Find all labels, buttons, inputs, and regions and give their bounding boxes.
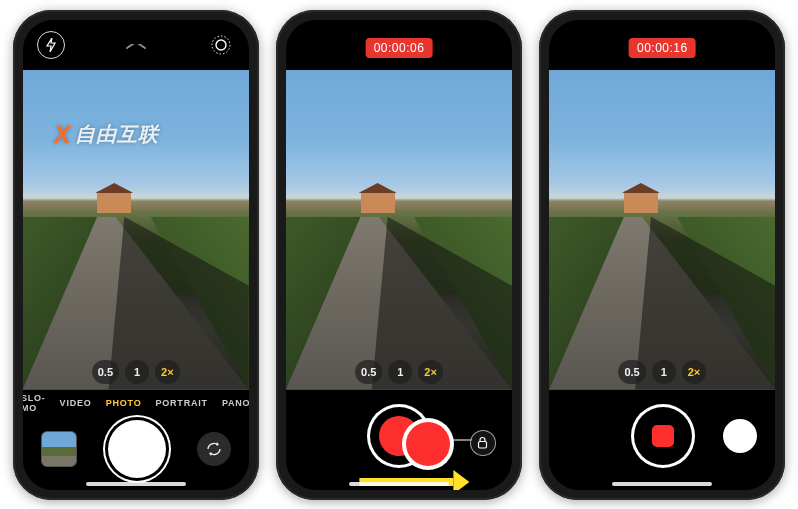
drag-arrow-annotation — [359, 472, 469, 490]
svg-point-0 — [216, 40, 226, 50]
phone-frame: 00:00:16 0.5 1 2× — [539, 10, 785, 500]
home-indicator[interactable] — [349, 482, 449, 486]
live-photo-icon — [210, 34, 232, 56]
zoom-level[interactable]: 0.5 — [92, 360, 119, 384]
shutter-button[interactable] — [108, 420, 166, 478]
lock-target[interactable] — [470, 430, 496, 456]
phone-frame: X 自由互联 0.5 1 2× SLO-MO VIDEO PHOTO PORTR… — [13, 10, 259, 500]
screen: 00:00:16 0.5 1 2× — [549, 20, 775, 490]
mode-photo[interactable]: PHOTO — [106, 398, 142, 408]
home-indicator[interactable] — [86, 482, 186, 486]
zoom-level[interactable]: 1 — [652, 360, 676, 384]
mode-pano[interactable]: PANO — [222, 398, 249, 408]
zoom-selector: 0.5 1 2× — [355, 360, 443, 384]
shutter-dragging[interactable] — [406, 422, 450, 466]
last-photo-thumbnail[interactable] — [41, 431, 77, 467]
phone-frame: 00:00:06 0.5 1 2× — [276, 10, 522, 500]
zoom-selector: 0.5 1 2× — [92, 360, 180, 384]
zoom-level-active[interactable]: 2× — [682, 360, 707, 384]
zoom-level[interactable]: 1 — [388, 360, 412, 384]
zoom-selector: 0.5 1 2× — [618, 360, 706, 384]
scene-house — [624, 191, 658, 213]
scene-house — [97, 191, 131, 213]
home-indicator[interactable] — [612, 482, 712, 486]
zoom-level[interactable]: 0.5 — [355, 360, 382, 384]
zoom-level-active[interactable]: 2× — [418, 360, 443, 384]
viewfinder[interactable]: X 自由互联 0.5 1 2× — [23, 70, 249, 390]
recording-timer: 00:00:06 — [366, 38, 433, 58]
svg-rect-2 — [479, 442, 487, 449]
bottom-controls — [286, 390, 512, 490]
arrow-head-icon — [453, 470, 469, 490]
screen: 00:00:06 0.5 1 2× — [286, 20, 512, 490]
zoom-level[interactable]: 1 — [125, 360, 149, 384]
svg-point-1 — [212, 36, 230, 54]
viewfinder[interactable]: 0.5 1 2× — [549, 70, 775, 390]
stop-recording-button[interactable] — [634, 407, 692, 465]
mode-selector[interactable]: SLO-MO VIDEO PHOTO PORTRAIT PANO — [23, 390, 249, 416]
switch-camera-icon — [205, 440, 223, 458]
screen: X 自由互联 0.5 1 2× SLO-MO VIDEO PHOTO PORTR… — [23, 20, 249, 490]
bolt-icon — [45, 38, 57, 52]
capture-still-button[interactable] — [723, 419, 757, 453]
mode-portrait[interactable]: PORTRAIT — [155, 398, 207, 408]
live-photo-button[interactable] — [207, 31, 235, 59]
zoom-level-active[interactable]: 2× — [155, 360, 180, 384]
switch-camera-button[interactable] — [197, 432, 231, 466]
watermark: X 自由互联 — [54, 121, 159, 149]
recording-timer: 00:00:16 — [629, 38, 696, 58]
viewfinder[interactable]: 0.5 1 2× — [286, 70, 512, 390]
scene-house — [361, 191, 395, 213]
mode-slomo[interactable]: SLO-MO — [23, 393, 46, 413]
flash-button[interactable] — [37, 31, 65, 59]
bottom-controls — [549, 390, 775, 490]
watermark-text: 自由互联 — [75, 121, 159, 148]
bottom-controls — [23, 416, 249, 490]
watermark-x: X — [54, 121, 71, 149]
stop-indicator-icon — [652, 425, 674, 447]
zoom-level[interactable]: 0.5 — [618, 360, 645, 384]
lock-icon — [477, 436, 488, 449]
notch — [75, 20, 197, 44]
mode-video[interactable]: VIDEO — [60, 398, 92, 408]
